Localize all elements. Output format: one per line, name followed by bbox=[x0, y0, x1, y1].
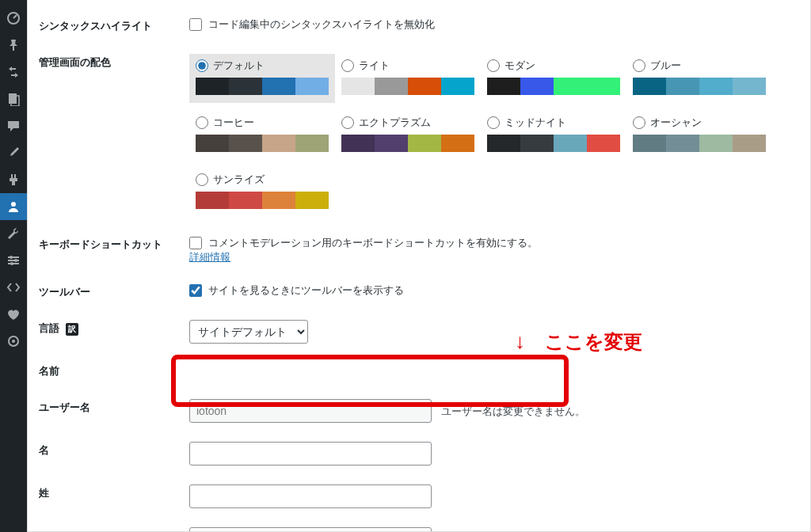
color-scheme-name: ミッドナイト bbox=[504, 116, 566, 130]
nav-comments[interactable] bbox=[0, 112, 27, 139]
name-section-heading: 名前 bbox=[39, 353, 794, 390]
settings-icon bbox=[6, 253, 21, 268]
color-scheme-radio[interactable] bbox=[487, 59, 500, 72]
color-scheme-option[interactable]: ミッドナイト bbox=[481, 111, 626, 160]
color-scheme-name: コーヒー bbox=[213, 116, 254, 130]
syntax-highlight-check[interactable]: コード編集中のシンタックスハイライトを無効化 bbox=[189, 17, 794, 32]
svg-rect-1 bbox=[13, 46, 14, 51]
toolbar-label: ツールバー bbox=[39, 274, 189, 310]
brush-icon bbox=[6, 146, 21, 160]
svg-point-8 bbox=[10, 256, 13, 259]
color-scheme-name: モダン bbox=[504, 59, 535, 73]
color-scheme-option[interactable]: ブルー bbox=[626, 54, 772, 103]
shortcut-more-link[interactable]: 詳細情報 bbox=[189, 251, 230, 263]
nav-settings[interactable] bbox=[0, 247, 27, 274]
comments-icon bbox=[6, 119, 21, 133]
color-scheme-name: ライト bbox=[359, 59, 390, 73]
color-swatches bbox=[196, 135, 329, 152]
toolbar-check-text: サイトを見るときにツールバーを表示する bbox=[208, 283, 404, 298]
color-scheme-radio[interactable] bbox=[633, 116, 645, 129]
arrows-icon bbox=[6, 65, 21, 79]
pin-icon bbox=[6, 38, 21, 52]
toolbar-check[interactable]: サイトを見るときにツールバーを表示する bbox=[189, 283, 794, 298]
color-scheme-option[interactable]: モダン bbox=[481, 54, 626, 103]
nav-arrows[interactable] bbox=[0, 59, 27, 86]
color-scheme-label: 管理画面の配色 bbox=[39, 44, 189, 226]
language-label-text: 言語 bbox=[39, 322, 59, 334]
color-scheme-option[interactable]: ライト bbox=[335, 54, 481, 103]
nav-target[interactable] bbox=[0, 328, 27, 355]
nav-pages[interactable] bbox=[0, 86, 27, 112]
color-swatches bbox=[633, 78, 766, 95]
pages-icon bbox=[6, 92, 21, 106]
nav-tools[interactable] bbox=[0, 220, 27, 247]
color-scheme-name: エクトプラズム bbox=[359, 116, 431, 130]
nav-dashboard[interactable] bbox=[0, 5, 27, 32]
color-swatches bbox=[487, 78, 620, 95]
shortcut-checkbox[interactable] bbox=[189, 237, 202, 249]
color-scheme-radio[interactable] bbox=[633, 59, 645, 72]
svg-point-4 bbox=[11, 202, 16, 207]
lastname-label: 姓 bbox=[39, 475, 189, 518]
username-desc: ユーザー名は変更できません。 bbox=[441, 405, 585, 417]
nav-plugins[interactable] bbox=[0, 166, 27, 193]
syntax-highlight-check-text: コード編集中のシンタックスハイライトを無効化 bbox=[208, 17, 435, 32]
color-scheme-name: デフォルト bbox=[213, 59, 265, 73]
svg-rect-2 bbox=[9, 93, 17, 104]
color-scheme-option[interactable]: コーヒー bbox=[189, 111, 335, 160]
color-scheme-radio[interactable] bbox=[196, 173, 208, 186]
shortcut-check-text: コメントモデレーション用のキーボードショートカットを有効にする。 bbox=[208, 236, 538, 250]
syntax-highlight-checkbox[interactable] bbox=[189, 18, 202, 31]
color-scheme-option[interactable]: エクトプラズム bbox=[335, 111, 481, 160]
svg-point-9 bbox=[14, 259, 17, 262]
color-scheme-name: オーシャン bbox=[650, 116, 702, 130]
users-icon bbox=[6, 200, 21, 214]
nav-pin[interactable] bbox=[0, 32, 27, 59]
color-scheme-radio[interactable] bbox=[487, 116, 500, 129]
svg-point-10 bbox=[10, 262, 13, 265]
heart-icon bbox=[6, 307, 21, 321]
shortcut-label: キーボードショートカット bbox=[39, 226, 189, 274]
syntax-highlight-label: シンタックスハイライト bbox=[39, 8, 189, 44]
color-swatches bbox=[341, 135, 474, 152]
color-scheme-radio[interactable] bbox=[196, 59, 208, 72]
color-scheme-radio[interactable] bbox=[341, 59, 354, 72]
firstname-label: 名 bbox=[39, 432, 189, 475]
color-swatches bbox=[633, 135, 766, 152]
language-label: 言語 訳 bbox=[39, 310, 189, 353]
color-scheme-radio[interactable] bbox=[196, 116, 208, 129]
color-swatches bbox=[196, 78, 329, 95]
plugins-icon bbox=[6, 173, 21, 187]
lastname-input[interactable] bbox=[189, 484, 432, 508]
svg-point-12 bbox=[12, 340, 15, 343]
color-scheme-option[interactable]: デフォルト bbox=[189, 54, 335, 103]
firstname-input[interactable] bbox=[189, 442, 432, 466]
color-scheme-name: サンライズ bbox=[213, 173, 265, 187]
color-scheme-name: ブルー bbox=[650, 59, 681, 73]
color-scheme-option[interactable]: オーシャン bbox=[626, 111, 772, 160]
toolbar-checkbox[interactable] bbox=[189, 284, 202, 297]
username-label: ユーザー名 bbox=[39, 390, 189, 432]
color-swatches bbox=[196, 192, 329, 209]
code-icon bbox=[6, 280, 21, 294]
nickname-label: ニックネーム (必須) bbox=[39, 518, 189, 532]
color-swatches bbox=[341, 78, 474, 95]
dashboard-icon bbox=[6, 11, 21, 25]
target-icon bbox=[6, 334, 21, 348]
translate-icon: 訳 bbox=[66, 323, 78, 336]
color-scheme-option[interactable]: サンライズ bbox=[189, 168, 335, 217]
nav-users[interactable] bbox=[0, 193, 27, 220]
color-scheme-grid: デフォルトライトモダンブルーコーヒーエクトプラズムミッドナイトオーシャンサンライ… bbox=[189, 54, 794, 217]
tools-icon bbox=[6, 226, 21, 241]
username-input bbox=[189, 399, 432, 423]
nav-heart[interactable] bbox=[0, 301, 27, 328]
nav-brush[interactable] bbox=[0, 139, 27, 166]
profile-form: シンタックスハイライト コード編集中のシンタックスハイライトを無効化 管理画面の… bbox=[27, 0, 811, 532]
color-scheme-radio[interactable] bbox=[341, 116, 354, 129]
admin-sidebar bbox=[0, 0, 27, 532]
nav-code[interactable] bbox=[0, 274, 27, 301]
shortcut-check[interactable]: コメントモデレーション用のキーボードショートカットを有効にする。 bbox=[189, 236, 794, 250]
language-select[interactable]: サイトデフォルト bbox=[189, 320, 308, 344]
color-swatches bbox=[487, 135, 620, 152]
nickname-input[interactable] bbox=[189, 527, 432, 532]
